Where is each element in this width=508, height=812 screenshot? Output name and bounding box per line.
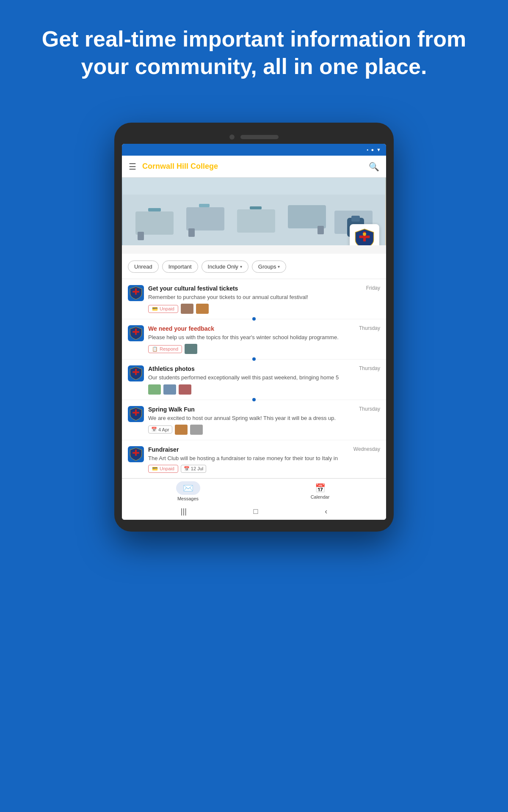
credit-card-icon-2: 💳 bbox=[152, 466, 158, 472]
svg-rect-4 bbox=[288, 205, 326, 228]
unread-filter-btn[interactable]: Unread bbox=[128, 261, 159, 273]
avatar bbox=[128, 406, 144, 422]
svg-rect-24 bbox=[133, 371, 139, 373]
avatar bbox=[128, 325, 144, 341]
status-bar: ▪ ● ▼ bbox=[122, 144, 386, 156]
message-header: Fundraiser Wednesday bbox=[148, 446, 380, 453]
thumb-2 bbox=[163, 384, 176, 395]
message-body: Our students performed exceptionally wel… bbox=[148, 374, 380, 381]
svg-rect-20 bbox=[133, 291, 139, 293]
message-item[interactable]: Get your cultural festival tickets Frida… bbox=[122, 279, 386, 319]
app-header: ☰ Cornwall Hill College 🔍 bbox=[122, 156, 386, 178]
status-icon-1: ▪ bbox=[367, 147, 369, 152]
shield-svg bbox=[354, 228, 375, 245]
unpaid-tag: 💳 Unpaid bbox=[148, 305, 178, 313]
message-tags: 💳 Unpaid 📅 12 Jul bbox=[148, 465, 380, 473]
message-tags: 📅 4 Apr bbox=[148, 425, 380, 435]
respond-icon: 📋 bbox=[152, 346, 158, 352]
svg-rect-14 bbox=[318, 226, 324, 234]
message-tags: 💳 Unpaid bbox=[148, 304, 380, 314]
svg-rect-12 bbox=[138, 232, 144, 240]
thumb-2 bbox=[190, 425, 203, 435]
message-body: Remember to purchase your tickets to our… bbox=[148, 294, 380, 301]
calendar-icon-2: 📅 bbox=[184, 466, 190, 472]
avatar-shield bbox=[129, 286, 143, 300]
message-content: Get your cultural festival tickets Frida… bbox=[148, 285, 380, 314]
app-title: Cornwall Hill College bbox=[142, 162, 369, 171]
include-only-filter-btn[interactable]: Include Only ▾ bbox=[202, 261, 248, 273]
groups-filter-btn[interactable]: Groups ▾ bbox=[252, 261, 287, 273]
svg-rect-8 bbox=[250, 206, 262, 209]
message-item[interactable]: Athletics photos Thursday Our students p… bbox=[122, 359, 386, 400]
message-date: Thursday bbox=[359, 365, 380, 371]
avatar-shield bbox=[129, 407, 143, 421]
svg-rect-26 bbox=[133, 411, 139, 413]
message-title: Spring Walk Fun bbox=[148, 406, 195, 413]
svg-rect-22 bbox=[133, 331, 139, 333]
message-date: Friday bbox=[366, 285, 380, 291]
phone-screen: ▪ ● ▼ ☰ Cornwall Hill College 🔍 bbox=[122, 144, 386, 520]
date-tag: 📅 4 Apr bbox=[148, 425, 172, 433]
message-title: Get your cultural festival tickets bbox=[148, 285, 238, 292]
message-title: We need your feedback bbox=[148, 325, 214, 332]
thumb-3 bbox=[179, 384, 191, 395]
android-home-btn[interactable]: □ bbox=[254, 507, 258, 516]
phone-top-bar bbox=[122, 134, 386, 140]
message-header: We need your feedback Thursday bbox=[148, 325, 380, 332]
message-item[interactable]: Spring Walk Fun Thursday We are excited … bbox=[122, 400, 386, 440]
message-body: We are excited to host our annual Spring… bbox=[148, 414, 380, 422]
messages-icon: ✉️ bbox=[183, 483, 193, 493]
include-only-arrow: ▾ bbox=[240, 264, 242, 269]
front-camera bbox=[229, 134, 235, 140]
avatar bbox=[128, 285, 144, 301]
classroom-bg bbox=[122, 178, 386, 245]
bottom-nav: ✉️ Messages 📅 Calendar bbox=[122, 478, 386, 504]
hero-text: Get real-time important information from… bbox=[0, 0, 508, 97]
android-recent-btn[interactable]: ‹ bbox=[325, 507, 327, 516]
classroom-svg bbox=[122, 178, 386, 245]
calendar-icon: 📅 bbox=[151, 427, 157, 432]
message-content: Athletics photos Thursday Our students p… bbox=[148, 365, 380, 394]
svg-rect-16 bbox=[359, 236, 370, 238]
messages-nav-label: Messages bbox=[177, 496, 199, 501]
important-filter-btn[interactable]: Important bbox=[162, 261, 198, 273]
groups-arrow: ▾ bbox=[278, 264, 280, 269]
message-header: Spring Walk Fun Thursday bbox=[148, 406, 380, 413]
avatar bbox=[128, 446, 144, 462]
android-back-btn[interactable]: ||| bbox=[181, 507, 187, 516]
svg-rect-6 bbox=[148, 208, 161, 211]
nav-calendar[interactable]: 📅 Calendar bbox=[254, 479, 386, 504]
unpaid-tag-2: 💳 Unpaid bbox=[148, 465, 178, 473]
svg-rect-7 bbox=[199, 204, 210, 207]
message-tags bbox=[148, 384, 380, 395]
avatar-shield bbox=[129, 367, 143, 380]
message-content: Fundraiser Wednesday The Art Club will b… bbox=[148, 446, 380, 473]
phone-speaker bbox=[240, 135, 279, 139]
svg-rect-13 bbox=[188, 228, 195, 237]
status-icon-3: ▼ bbox=[376, 147, 381, 152]
message-header: Athletics photos Thursday bbox=[148, 365, 380, 372]
messages-list: Get your cultural festival tickets Frida… bbox=[122, 279, 386, 478]
nav-messages[interactable]: ✉️ Messages bbox=[122, 479, 254, 504]
svg-rect-28 bbox=[133, 452, 139, 454]
hamburger-icon[interactable]: ☰ bbox=[129, 162, 136, 172]
message-content: Spring Walk Fun Thursday We are excited … bbox=[148, 406, 380, 435]
filter-bar: Unread Important Include Only ▾ Groups ▾ bbox=[122, 254, 386, 279]
svg-rect-11 bbox=[123, 178, 385, 195]
search-icon[interactable]: 🔍 bbox=[369, 162, 379, 172]
message-item[interactable]: Fundraiser Wednesday The Art Club will b… bbox=[122, 440, 386, 478]
svg-rect-10 bbox=[351, 216, 360, 222]
phone-device: ▪ ● ▼ ☰ Cornwall Hill College 🔍 bbox=[114, 123, 394, 532]
thumb-1 bbox=[175, 425, 188, 435]
message-body: The Art Club will be hosting a fundraise… bbox=[148, 455, 380, 462]
android-nav-bar: ||| □ ‹ bbox=[122, 504, 386, 520]
thumb-1 bbox=[181, 304, 193, 314]
status-icon-2: ● bbox=[371, 147, 374, 152]
message-body: Please help us with the topics for this … bbox=[148, 334, 380, 341]
message-content: We need your feedback Thursday Please he… bbox=[148, 325, 380, 354]
message-tags: 📋 Respond bbox=[148, 344, 380, 354]
message-item[interactable]: We need your feedback Thursday Please he… bbox=[122, 319, 386, 359]
message-date: Thursday bbox=[359, 325, 380, 331]
thumb-1 bbox=[185, 344, 197, 354]
avatar bbox=[128, 365, 144, 381]
